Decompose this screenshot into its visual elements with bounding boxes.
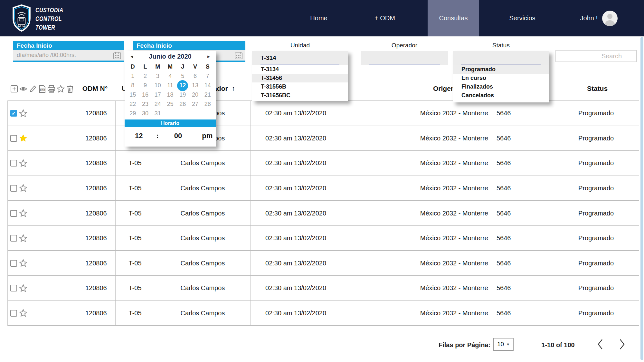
nav-item-home[interactable]: Home bbox=[290, 0, 348, 36]
fecha-inicio-1-field[interactable] bbox=[13, 50, 124, 62]
print-icon[interactable] bbox=[47, 84, 55, 93]
row-star-icon-filled[interactable] bbox=[19, 134, 27, 142]
column-header-status[interactable]: Status bbox=[554, 83, 640, 94]
rows-per-page-select[interactable]: 10 ▼ bbox=[493, 338, 514, 351]
calendar-day[interactable]: 16 bbox=[139, 90, 152, 100]
row-star-icon[interactable] bbox=[19, 259, 27, 267]
row-star-icon[interactable] bbox=[19, 284, 27, 292]
calendar-day[interactable]: 1 bbox=[127, 71, 139, 81]
calendar-day[interactable]: 18 bbox=[164, 90, 176, 100]
unidad-option[interactable]: T-3134 bbox=[252, 65, 348, 74]
favorite-star-icon[interactable] bbox=[57, 84, 65, 93]
row-checkbox[interactable] bbox=[10, 260, 17, 267]
calendar-day[interactable]: 7 bbox=[201, 71, 214, 81]
row-checkbox-checked[interactable]: ✓ bbox=[10, 110, 17, 117]
calendar-day[interactable]: 2 bbox=[139, 71, 152, 81]
unidad-filter-field[interactable] bbox=[252, 51, 348, 65]
next-page-button[interactable] bbox=[616, 337, 629, 351]
calendar-prev-month-icon[interactable]: ◄ bbox=[128, 54, 135, 59]
calendar-day[interactable]: 19 bbox=[176, 90, 189, 100]
export-xls-icon[interactable]: XLS bbox=[38, 84, 46, 93]
operador-cell: Carlos Campos bbox=[155, 176, 251, 201]
calendar-day[interactable]: 21 bbox=[201, 90, 214, 100]
calendar-day[interactable]: 3 bbox=[151, 71, 164, 81]
status-filter-field[interactable] bbox=[453, 51, 549, 65]
calendar-day[interactable]: 14 bbox=[201, 81, 214, 90]
calendar-day[interactable]: 9 bbox=[139, 81, 152, 90]
status-option[interactable]: En curso bbox=[453, 74, 549, 82]
status-filter-input[interactable] bbox=[453, 54, 549, 62]
calendar-day[interactable]: 10 bbox=[151, 81, 164, 90]
calendar-day[interactable]: 6 bbox=[189, 71, 202, 81]
operador-filter-input[interactable] bbox=[361, 51, 448, 65]
row-star-icon[interactable] bbox=[19, 309, 27, 317]
calendar-day[interactable]: 25 bbox=[164, 100, 176, 109]
odm-number: 120806 bbox=[27, 185, 115, 192]
time-meridiem[interactable]: pm bbox=[202, 132, 213, 140]
time-hour[interactable]: 12 bbox=[135, 132, 143, 140]
row-checkbox[interactable] bbox=[10, 210, 17, 217]
calendar-day[interactable]: 22 bbox=[127, 100, 139, 109]
calendar-next-month-icon[interactable]: ► bbox=[205, 54, 212, 59]
calendar-icon[interactable] bbox=[234, 51, 243, 60]
status-option[interactable]: Programado bbox=[453, 65, 549, 74]
operador-filter-field[interactable] bbox=[361, 51, 448, 65]
calendar-day[interactable]: 30 bbox=[139, 109, 152, 118]
row-checkbox[interactable] bbox=[10, 285, 17, 291]
calendar-day[interactable]: 8 bbox=[127, 81, 139, 90]
column-header-origen[interactable]: Origen bbox=[433, 83, 455, 94]
calendar-day[interactable]: 17 bbox=[151, 90, 164, 100]
calendar-day[interactable]: 11 bbox=[164, 81, 176, 90]
brand-logo[interactable]: CUSTODIA CONTROL TOWER bbox=[11, 4, 70, 33]
row-star-icon[interactable] bbox=[19, 209, 27, 217]
calendar-day[interactable]: 5 bbox=[176, 71, 189, 81]
view-eye-icon[interactable] bbox=[19, 84, 27, 93]
calendar-day[interactable]: 26 bbox=[176, 100, 189, 109]
unidad-option[interactable]: T-31656BC bbox=[252, 91, 348, 100]
odm-cell: 120806 bbox=[8, 176, 116, 201]
calendar-day[interactable]: 29 bbox=[127, 109, 139, 118]
calendar-day[interactable]: 15 bbox=[127, 90, 139, 100]
calendar-day[interactable]: 27 bbox=[189, 100, 202, 109]
vertical-scrollbar[interactable] bbox=[640, 37, 643, 360]
user-avatar-icon[interactable] bbox=[602, 11, 618, 26]
time-minute[interactable]: 00 bbox=[174, 132, 182, 140]
sort-ascending-icon[interactable]: ↑ bbox=[232, 85, 235, 92]
row-checkbox[interactable] bbox=[10, 310, 17, 317]
unidad-option[interactable]: T-31456 bbox=[252, 74, 348, 82]
unidad-cell: T-05 bbox=[116, 251, 155, 275]
row-star-icon[interactable] bbox=[19, 159, 27, 167]
calendar-day[interactable]: 20 bbox=[189, 90, 202, 100]
nav-item-consultas[interactable]: Consultas bbox=[428, 0, 479, 36]
row-star-icon[interactable] bbox=[19, 109, 27, 118]
row-checkbox[interactable] bbox=[10, 185, 17, 192]
row-star-icon[interactable] bbox=[19, 234, 27, 243]
unidad-filter-input[interactable] bbox=[252, 54, 348, 62]
calendar-selected-day[interactable]: 12 bbox=[176, 81, 189, 90]
status-option[interactable]: Finalizados bbox=[453, 82, 549, 91]
origen-codigo: 5646 bbox=[497, 210, 511, 217]
calendar-day[interactable]: 24 bbox=[151, 100, 164, 109]
search-input[interactable] bbox=[556, 52, 644, 60]
column-header-odm[interactable]: ODM N° bbox=[68, 83, 122, 94]
search-field[interactable] bbox=[555, 50, 637, 62]
fecha-inicio-1-input[interactable] bbox=[13, 52, 113, 59]
calendar-day[interactable]: 13 bbox=[189, 81, 202, 90]
calendar-day[interactable]: 4 bbox=[164, 71, 176, 81]
row-star-icon[interactable] bbox=[19, 184, 27, 192]
status-option[interactable]: Cancelados bbox=[453, 91, 549, 100]
user-menu[interactable]: John ! bbox=[580, 0, 618, 36]
nav-item-odm[interactable]: + ODM bbox=[356, 0, 414, 36]
calendar-day[interactable]: 31 bbox=[151, 109, 164, 118]
calendar-day[interactable]: 23 bbox=[139, 100, 152, 109]
unidad-option[interactable]: T-31556B bbox=[252, 82, 348, 91]
row-checkbox[interactable] bbox=[10, 160, 17, 167]
calendar-icon[interactable] bbox=[113, 51, 121, 60]
calendar-day[interactable]: 28 bbox=[201, 100, 214, 109]
row-checkbox[interactable] bbox=[10, 235, 17, 242]
nav-item-servicios[interactable]: Servicios bbox=[493, 0, 551, 36]
row-checkbox[interactable] bbox=[10, 135, 17, 142]
previous-page-button[interactable] bbox=[594, 337, 607, 351]
add-icon[interactable] bbox=[10, 84, 18, 93]
edit-pencil-icon[interactable] bbox=[29, 84, 37, 93]
